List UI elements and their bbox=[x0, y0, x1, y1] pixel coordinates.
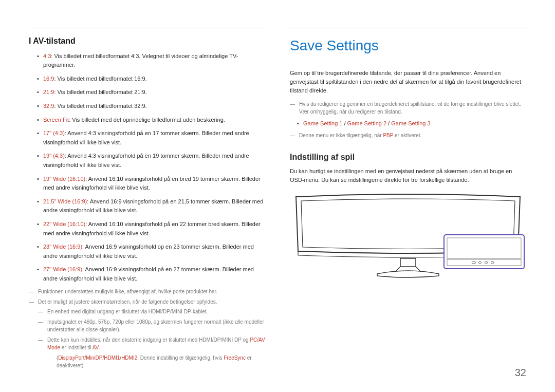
svg-rect-3 bbox=[444, 235, 524, 269]
svg-rect-0 bbox=[400, 258, 416, 267]
opt-label: Screen Fit bbox=[43, 117, 69, 123]
note-text: Inputsignalet er 480p, 576p, 720p eller … bbox=[47, 318, 265, 334]
save-note-1: ―Hvis du redigerer og gemmer en brugerde… bbox=[290, 100, 526, 116]
save-note-2: ―Denne menu er ikke tilgængelig, når PBP… bbox=[290, 132, 526, 140]
list-item: 32:9: Vis billedet med billedformatet 32… bbox=[37, 102, 265, 111]
opt-label: 17" (4:3) bbox=[43, 130, 65, 136]
list-item: Screen Fit: Vis billedet med det oprinde… bbox=[37, 116, 265, 125]
list-item: 19" Wide (16:10): Anvend 16:10 visningsf… bbox=[37, 175, 265, 193]
opt-label: 21.5" Wide (16:9) bbox=[43, 198, 87, 204]
note-text: Det er muligt at justere skærmstørrelsen… bbox=[38, 298, 217, 306]
opt-desc: : Anvend 4:3 visningsforhold på en 17 to… bbox=[43, 130, 249, 145]
av-mode-heading: I AV-tilstand bbox=[29, 34, 265, 48]
list-item: 21:9: Vis billedet med billedformatet 21… bbox=[37, 88, 265, 97]
note-text: Dette kan kun indstilles, når den ekster… bbox=[47, 336, 265, 352]
note-text: Denne menu er ikke tilgængelig, når PBP … bbox=[299, 132, 421, 140]
opt-desc: : Vis billedet med billedformatet 21:9. bbox=[54, 89, 146, 95]
opt-label: 27" Wide (16:9) bbox=[43, 266, 82, 272]
list-item: 16:9: Vis billedet med billedformatet 16… bbox=[37, 74, 265, 84]
page-number: 32 bbox=[515, 364, 526, 381]
opt-label: 22" Wide (16:10) bbox=[43, 221, 85, 227]
opt-desc: : Vis billedet med det oprindelige bille… bbox=[69, 117, 225, 123]
right-column: Save Settings Gem op til tre brugerdefin… bbox=[290, 28, 526, 372]
save-settings-desc: Gem op til tre brugerdefinerede tilstand… bbox=[290, 69, 526, 95]
opt-label: 23" Wide (16:9) bbox=[43, 244, 82, 250]
list-item: 19" (4:3): Anvend 4:3 visningsforhold på… bbox=[37, 152, 265, 170]
list-item: 27" Wide (16:9): Anvend 16:9 visningsfor… bbox=[37, 265, 265, 283]
monitor-icon bbox=[290, 191, 526, 278]
list-item: 22" Wide (16:10): Anvend 16:10 visningsf… bbox=[37, 220, 265, 238]
monitor-illustration bbox=[290, 191, 526, 278]
left-column: I AV-tilstand 4:3: Vis billedet med bill… bbox=[29, 28, 265, 372]
note-text: Funktionen understøttes muligvis ikke, a… bbox=[38, 288, 217, 296]
game-setting-desc: Du kan hurtigt se indstillingen med en g… bbox=[290, 167, 526, 184]
ratio-list: 4:3: Vis billedet med billedformatet 4:3… bbox=[29, 52, 265, 284]
list-item: 17" (4:3): Anvend 4:3 visningsforhold på… bbox=[37, 129, 265, 147]
footnotes: ―Funktionen understøttes muligvis ikke, … bbox=[29, 288, 265, 370]
game-setting-options: Game Setting 1 / Game Setting 2 / Game S… bbox=[297, 119, 526, 128]
opt-desc: : Vis billedet med billedformatet 16:9. bbox=[54, 76, 146, 82]
list-item: 4:3: Vis billedet med billedformatet 4:3… bbox=[37, 52, 265, 70]
opt-label: 19" (4:3) bbox=[43, 153, 65, 159]
note-text: (DisplayPort/MiniDP/HDMI1/HDMI2: Denne i… bbox=[57, 354, 265, 370]
note-text: Hvis du redigerer og gemmer en brugerdef… bbox=[299, 100, 526, 116]
list-item: 21.5" Wide (16:9): Anvend 16:9 visningsf… bbox=[37, 197, 265, 215]
list-item: 23" Wide (16:9): Anvend 16:9 visningsfor… bbox=[37, 242, 265, 260]
opt-desc: : Anvend 4:3 visningsforhold på en 19 to… bbox=[43, 153, 249, 168]
game-setting-heading: Indstilling af spil bbox=[290, 151, 526, 164]
opt-label: 32:9 bbox=[43, 103, 54, 109]
opt-label: 4:3 bbox=[43, 53, 51, 59]
opt-desc: : Vis billedet med billedformatet 4:3. V… bbox=[43, 53, 238, 68]
note-text: En enhed med digital udgang er tilslutte… bbox=[47, 308, 208, 316]
save-settings-title: Save Settings bbox=[290, 34, 526, 58]
opt-label: 19" Wide (16:10) bbox=[43, 176, 85, 182]
opt-label: 21:9 bbox=[43, 89, 54, 95]
opt-desc: : Vis billedet med billedformatet 32:9. bbox=[54, 103, 146, 109]
opt-label: 16:9 bbox=[43, 76, 54, 82]
